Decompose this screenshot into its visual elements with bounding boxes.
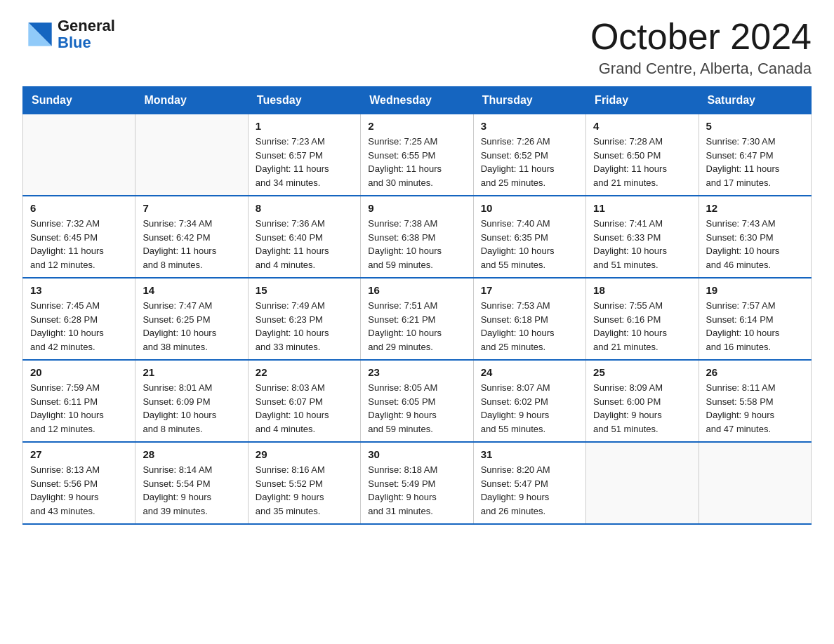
day-number: 25 [593,366,691,378]
logo: General Blue [22,17,115,52]
calendar-week-row: 27Sunrise: 8:13 AM Sunset: 5:56 PM Dayli… [23,442,812,524]
calendar-cell: 21Sunrise: 8:01 AM Sunset: 6:09 PM Dayli… [135,360,248,442]
calendar-cell: 13Sunrise: 7:45 AM Sunset: 6:28 PM Dayli… [23,278,135,360]
day-info: Sunrise: 7:57 AM Sunset: 6:14 PM Dayligh… [706,299,804,354]
day-info: Sunrise: 7:51 AM Sunset: 6:21 PM Dayligh… [368,299,465,354]
day-info: Sunrise: 8:03 AM Sunset: 6:07 PM Dayligh… [256,381,353,436]
day-of-week-header: Thursday [473,87,585,114]
calendar-cell: 3Sunrise: 7:26 AM Sunset: 6:52 PM Daylig… [473,114,585,196]
calendar-cell: 28Sunrise: 8:14 AM Sunset: 5:54 PM Dayli… [135,442,248,524]
day-info: Sunrise: 7:41 AM Sunset: 6:33 PM Dayligh… [593,217,691,271]
day-number: 20 [30,366,128,378]
day-info: Sunrise: 7:32 AM Sunset: 6:45 PM Dayligh… [30,217,128,271]
day-number: 24 [481,366,578,378]
day-number: 28 [143,448,240,460]
calendar-cell: 22Sunrise: 8:03 AM Sunset: 6:07 PM Dayli… [248,360,360,442]
day-number: 21 [143,366,240,378]
calendar-cell: 31Sunrise: 8:20 AM Sunset: 5:47 PM Dayli… [473,442,585,524]
calendar-week-row: 6Sunrise: 7:32 AM Sunset: 6:45 PM Daylig… [23,196,812,278]
day-number: 26 [706,366,804,378]
day-number: 19 [706,284,804,296]
calendar-cell: 14Sunrise: 7:47 AM Sunset: 6:25 PM Dayli… [135,278,248,360]
logo-blue: Blue [58,34,115,51]
day-info: Sunrise: 7:40 AM Sunset: 6:35 PM Dayligh… [481,217,578,271]
calendar-cell: 6Sunrise: 7:32 AM Sunset: 6:45 PM Daylig… [23,196,135,278]
day-number: 13 [30,284,128,296]
day-of-week-header: Monday [135,87,248,114]
day-number: 23 [368,366,465,378]
calendar-cell: 10Sunrise: 7:40 AM Sunset: 6:35 PM Dayli… [473,196,585,278]
calendar-table: SundayMondayTuesdayWednesdayThursdayFrid… [22,86,812,525]
day-number: 8 [256,202,353,214]
day-info: Sunrise: 8:09 AM Sunset: 6:00 PM Dayligh… [593,381,691,436]
day-number: 4 [593,120,691,132]
day-info: Sunrise: 7:26 AM Sunset: 6:52 PM Dayligh… [481,135,578,189]
day-number: 14 [143,284,240,296]
day-info: Sunrise: 8:20 AM Sunset: 5:47 PM Dayligh… [481,463,578,518]
day-info: Sunrise: 8:13 AM Sunset: 5:56 PM Dayligh… [30,463,128,518]
calendar-cell: 17Sunrise: 7:53 AM Sunset: 6:18 PM Dayli… [473,278,585,360]
month-title: October 2024 [590,17,812,57]
day-number: 10 [481,202,578,214]
calendar-header: SundayMondayTuesdayWednesdayThursdayFrid… [23,87,812,114]
day-number: 31 [481,448,578,460]
title-block: October 2024 Grand Centre, Alberta, Cana… [590,17,812,78]
day-info: Sunrise: 7:53 AM Sunset: 6:18 PM Dayligh… [481,299,578,354]
calendar-cell: 23Sunrise: 8:05 AM Sunset: 6:05 PM Dayli… [361,360,473,442]
day-of-week-header: Sunday [23,87,135,114]
day-number: 7 [143,202,240,214]
calendar-cell: 5Sunrise: 7:30 AM Sunset: 6:47 PM Daylig… [699,114,811,196]
calendar-week-row: 20Sunrise: 7:59 AM Sunset: 6:11 PM Dayli… [23,360,812,442]
calendar-cell: 8Sunrise: 7:36 AM Sunset: 6:40 PM Daylig… [248,196,360,278]
calendar-week-row: 13Sunrise: 7:45 AM Sunset: 6:28 PM Dayli… [23,278,812,360]
day-number: 11 [593,202,691,214]
location-title: Grand Centre, Alberta, Canada [590,60,812,78]
calendar-cell: 15Sunrise: 7:49 AM Sunset: 6:23 PM Dayli… [248,278,360,360]
day-info: Sunrise: 8:01 AM Sunset: 6:09 PM Dayligh… [143,381,240,436]
day-number: 22 [256,366,353,378]
logo-text: General Blue [58,18,115,51]
day-number: 15 [256,284,353,296]
header-row: SundayMondayTuesdayWednesdayThursdayFrid… [23,87,812,114]
calendar-cell: 25Sunrise: 8:09 AM Sunset: 6:00 PM Dayli… [586,360,699,442]
calendar-cell: 12Sunrise: 7:43 AM Sunset: 6:30 PM Dayli… [699,196,811,278]
calendar-body: 1Sunrise: 7:23 AM Sunset: 6:57 PM Daylig… [23,114,812,525]
calendar-cell: 27Sunrise: 8:13 AM Sunset: 5:56 PM Dayli… [23,442,135,524]
day-info: Sunrise: 8:16 AM Sunset: 5:52 PM Dayligh… [256,463,353,518]
calendar-cell [23,114,135,196]
day-info: Sunrise: 7:23 AM Sunset: 6:57 PM Dayligh… [256,135,353,189]
day-info: Sunrise: 7:28 AM Sunset: 6:50 PM Dayligh… [593,135,691,189]
day-info: Sunrise: 7:36 AM Sunset: 6:40 PM Dayligh… [256,217,353,271]
calendar-cell: 19Sunrise: 7:57 AM Sunset: 6:14 PM Dayli… [699,278,811,360]
day-info: Sunrise: 7:34 AM Sunset: 6:42 PM Dayligh… [143,217,240,271]
day-number: 30 [368,448,465,460]
day-number: 12 [706,202,804,214]
day-info: Sunrise: 8:14 AM Sunset: 5:54 PM Dayligh… [143,463,240,518]
day-info: Sunrise: 7:47 AM Sunset: 6:25 PM Dayligh… [143,299,240,354]
day-info: Sunrise: 7:55 AM Sunset: 6:16 PM Dayligh… [593,299,691,354]
page-header: General Blue October 2024 Grand Centre, … [22,17,812,78]
calendar-cell: 20Sunrise: 7:59 AM Sunset: 6:11 PM Dayli… [23,360,135,442]
day-number: 6 [30,202,128,214]
day-info: Sunrise: 8:07 AM Sunset: 6:02 PM Dayligh… [481,381,578,436]
calendar-cell: 24Sunrise: 8:07 AM Sunset: 6:02 PM Dayli… [473,360,585,442]
day-number: 18 [593,284,691,296]
day-info: Sunrise: 7:59 AM Sunset: 6:11 PM Dayligh… [30,381,128,436]
calendar-cell [135,114,248,196]
day-number: 1 [256,120,353,132]
day-number: 16 [368,284,465,296]
calendar-cell: 11Sunrise: 7:41 AM Sunset: 6:33 PM Dayli… [586,196,699,278]
calendar-cell: 7Sunrise: 7:34 AM Sunset: 6:42 PM Daylig… [135,196,248,278]
day-of-week-header: Saturday [699,87,811,114]
calendar-cell: 16Sunrise: 7:51 AM Sunset: 6:21 PM Dayli… [361,278,473,360]
day-info: Sunrise: 7:30 AM Sunset: 6:47 PM Dayligh… [706,135,804,189]
day-info: Sunrise: 7:43 AM Sunset: 6:30 PM Dayligh… [706,217,804,271]
calendar-cell: 1Sunrise: 7:23 AM Sunset: 6:57 PM Daylig… [248,114,360,196]
calendar-cell: 4Sunrise: 7:28 AM Sunset: 6:50 PM Daylig… [586,114,699,196]
calendar-cell [699,442,811,524]
calendar-cell: 30Sunrise: 8:18 AM Sunset: 5:49 PM Dayli… [361,442,473,524]
calendar-cell: 9Sunrise: 7:38 AM Sunset: 6:38 PM Daylig… [361,196,473,278]
calendar-cell [586,442,699,524]
logo-icon [22,17,58,52]
day-info: Sunrise: 7:25 AM Sunset: 6:55 PM Dayligh… [368,135,465,189]
